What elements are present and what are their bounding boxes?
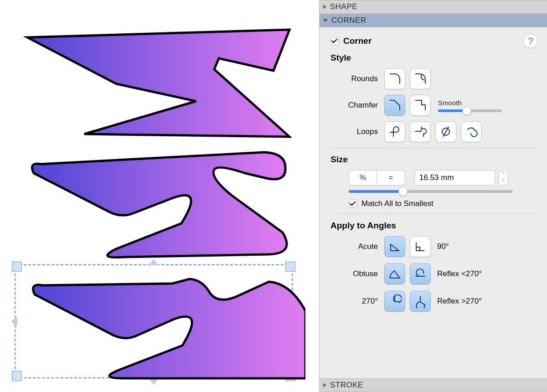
chamfer-inner-button[interactable] xyxy=(410,95,431,116)
size-heading: Size xyxy=(330,155,538,165)
chevron-right-icon xyxy=(323,383,326,387)
corner-enable-checkbox[interactable] xyxy=(330,37,339,45)
apply-angles-heading: Apply to Angles xyxy=(330,221,538,231)
match-smallest-checkbox[interactable] xyxy=(349,200,357,208)
reflex-lt270-button[interactable] xyxy=(410,263,431,284)
chamfer-label: Chamfer xyxy=(330,101,384,110)
reflex-gt-label: Reflex >270° xyxy=(437,297,482,306)
size-value-field[interactable]: 16.53 mm xyxy=(414,170,495,186)
reflex-gt270-button[interactable] xyxy=(410,291,431,312)
ninety-label: 90° xyxy=(437,242,449,251)
chevron-right-icon xyxy=(323,5,326,9)
size-stepper[interactable]: ˄˅ xyxy=(498,170,508,186)
two-seventy-label: 270° xyxy=(330,297,384,306)
chamfer-outer-button[interactable] xyxy=(384,95,405,116)
stroke-section-header[interactable]: STROKE xyxy=(320,378,547,392)
shape-section-header[interactable]: SHAPE xyxy=(320,0,547,14)
loop-phi-button[interactable] xyxy=(435,121,456,142)
shape-rounded xyxy=(14,146,292,260)
style-heading: Style xyxy=(330,53,538,63)
corner-enable-label: Corner xyxy=(343,36,372,46)
reflex-lt-label: Reflex <270° xyxy=(437,269,482,279)
smooth-label: Smooth xyxy=(438,99,538,107)
smooth-slider[interactable] xyxy=(438,109,502,112)
loop-p-button[interactable] xyxy=(384,121,405,142)
rounds-label: Rounds xyxy=(330,74,384,83)
selection-resize-top[interactable] xyxy=(149,259,159,265)
obtuse-angle-button[interactable] xyxy=(384,263,405,284)
corner-section-body: Corner ? Style Rounds Chamfer Smooth Loo… xyxy=(320,27,547,325)
shape-selected[interactable] xyxy=(14,265,305,384)
size-unit-absolute-button[interactable]: = xyxy=(377,170,405,186)
acute-label: Acute xyxy=(330,242,384,251)
section-label: CORNER xyxy=(331,16,366,25)
chevron-down-icon xyxy=(323,19,328,22)
loop-hook-button[interactable] xyxy=(410,121,431,142)
acute-angle-button[interactable] xyxy=(384,236,405,257)
two-seventy-angle-button[interactable] xyxy=(384,291,405,312)
help-button[interactable]: ? xyxy=(523,34,538,48)
loop-spiral-button[interactable] xyxy=(461,121,482,142)
loops-label: Loops xyxy=(330,127,384,136)
round-convex-button[interactable] xyxy=(384,68,405,89)
size-unit-percent-button[interactable]: % xyxy=(349,170,377,186)
section-label: STROKE xyxy=(330,381,363,390)
obtuse-label: Obtuse xyxy=(330,269,384,279)
ninety-angle-button[interactable] xyxy=(410,236,431,257)
round-concave-button[interactable] xyxy=(410,68,431,89)
match-smallest-label: Match All to Smallest xyxy=(361,199,433,208)
shape-sharp xyxy=(14,27,292,141)
drawing-canvas[interactable] xyxy=(0,0,319,392)
size-slider[interactable] xyxy=(349,190,513,193)
section-label: SHAPE xyxy=(330,2,357,11)
inspector-panel: SHAPE CORNER Corner ? Style Rounds Chamf… xyxy=(319,0,547,392)
corner-section-header[interactable]: CORNER xyxy=(320,14,547,27)
